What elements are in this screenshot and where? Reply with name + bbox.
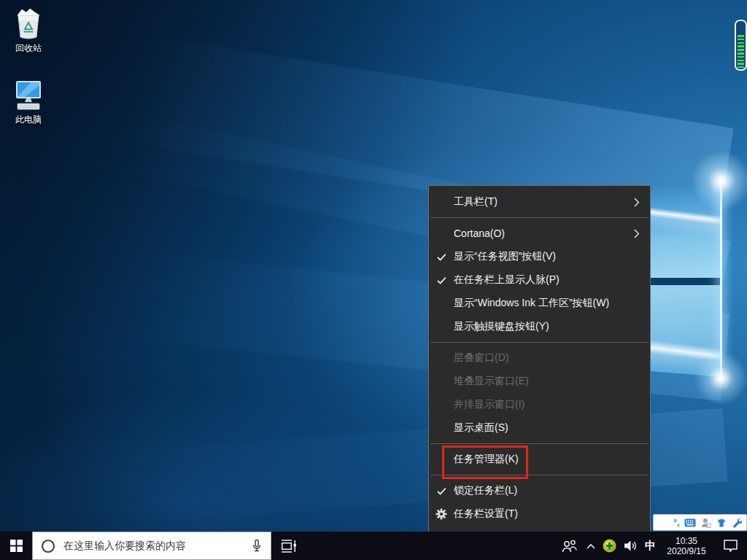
- taskbar-clock[interactable]: 10:35 2020/9/15: [662, 536, 711, 556]
- menu-separator: [430, 217, 649, 218]
- checkmark-icon: [429, 487, 454, 495]
- menu-item-show-windows-stacked: 堆叠显示窗口(E): [429, 370, 650, 393]
- cortana-circle-icon: [40, 538, 56, 554]
- ime-language-indicator[interactable]: 中: [645, 539, 656, 553]
- menu-item-label: 并排显示窗口(I): [454, 398, 640, 411]
- taskbar-search-input[interactable]: 在这里输入你要搜索的内容: [32, 532, 271, 560]
- skin-icon[interactable]: [716, 518, 727, 528]
- punctuation-icon[interactable]: °,: [673, 518, 679, 527]
- light-haze: [0, 350, 474, 560]
- soft-keyboard-icon[interactable]: [684, 518, 696, 527]
- toolbox-icon[interactable]: [732, 518, 742, 528]
- checkmark-icon: [429, 253, 454, 261]
- action-center-button[interactable]: [717, 539, 744, 553]
- menu-item-label: 显示桌面(S): [454, 421, 640, 435]
- menu-item-show-windows-side-by-side: 并排显示窗口(I): [429, 393, 650, 416]
- submenu-arrow-icon: [634, 198, 640, 207]
- chevron-up-icon: [586, 542, 596, 550]
- menu-item-label: 显示“Windows Ink 工作区”按钮(W): [454, 297, 640, 310]
- menu-item-taskbar-settings[interactable]: 任务栏设置(T): [429, 502, 650, 526]
- volume-button[interactable]: [623, 540, 638, 552]
- menu-item-show-people-on-taskbar[interactable]: 在任务栏上显示人脉(P): [429, 268, 650, 292]
- corner-glow: [692, 349, 747, 408]
- menu-item-label: 锁定任务栏(L): [454, 484, 640, 497]
- microphone-icon[interactable]: [250, 539, 263, 553]
- start-button[interactable]: [0, 532, 32, 560]
- task-view-button[interactable]: [271, 532, 306, 560]
- show-hidden-icons-button[interactable]: [586, 542, 596, 550]
- menu-separator: [430, 443, 649, 444]
- action-center-icon: [723, 539, 738, 553]
- menu-item-label: 任务栏设置(T): [454, 508, 640, 521]
- windows-logo-icon: [10, 540, 23, 552]
- clock-time: 10:35: [676, 536, 697, 546]
- this-pc-icon: [12, 77, 45, 112]
- system-tray: 中 10:35 2020/9/15: [562, 532, 747, 560]
- desktop-icon-recycle-bin[interactable]: 回收站: [7, 6, 50, 55]
- menu-item-show-desktop[interactable]: 显示桌面(S): [429, 416, 650, 440]
- people-icon: [562, 539, 579, 553]
- antivirus-shield-icon: [603, 539, 616, 553]
- menu-item-cortana[interactable]: Cortana(O): [429, 222, 650, 245]
- ime-status-toolbar: °,: [653, 514, 747, 531]
- battery-level-indicator: [735, 20, 747, 71]
- search-placeholder: 在这里输入你要搜索的内容: [63, 540, 250, 553]
- menu-separator: [430, 475, 649, 475]
- menu-separator: [430, 342, 649, 343]
- account-icon[interactable]: [701, 518, 711, 528]
- menu-item-label: 在任务栏上显示人脉(P): [454, 273, 640, 287]
- moon-icon[interactable]: [658, 518, 668, 528]
- menu-item-cascade-windows: 层叠窗口(D): [429, 346, 650, 370]
- menu-item-task-manager[interactable]: 任务管理器(K): [429, 448, 650, 471]
- menu-item-label: 显示“任务视图”按钮(V): [454, 250, 640, 263]
- gear-icon: [429, 508, 454, 520]
- antivirus-tray-button[interactable]: [603, 539, 616, 553]
- desktop-icon-this-pc[interactable]: 此电脑: [7, 77, 50, 126]
- taskbar-context-menu: 工具栏(T) Cortana(O) 显示“任务视图”按钮(V) 在任务栏上显示人…: [428, 185, 651, 540]
- menu-item-label: 堆叠显示窗口(E): [454, 375, 640, 388]
- menu-item-show-task-view-button[interactable]: 显示“任务视图”按钮(V): [429, 245, 650, 268]
- menu-item-toolbars[interactable]: 工具栏(T): [429, 190, 650, 214]
- desktop-icon-label: 此电脑: [7, 114, 50, 126]
- menu-item-show-touch-keyboard-button[interactable]: 显示触摸键盘按钮(Y): [429, 315, 650, 338]
- menu-item-label: 显示触摸键盘按钮(Y): [454, 320, 640, 333]
- menu-item-label: 任务管理器(K): [454, 453, 640, 466]
- desktop-icon-label: 回收站: [7, 42, 50, 55]
- menu-item-label: 工具栏(T): [454, 195, 634, 209]
- corner-glow: [689, 148, 747, 214]
- menu-item-lock-taskbar[interactable]: 锁定任务栏(L): [429, 479, 650, 502]
- task-view-icon: [281, 538, 297, 554]
- taskbar: 在这里输入你要搜索的内容: [0, 532, 747, 560]
- clock-date: 2020/9/15: [667, 546, 705, 556]
- menu-item-show-windows-ink-workspace-button[interactable]: 显示“Windows Ink 工作区”按钮(W): [429, 292, 650, 315]
- speaker-icon: [623, 540, 638, 552]
- menu-item-label: Cortana(O): [454, 228, 634, 239]
- menu-item-label: 层叠窗口(D): [454, 351, 640, 365]
- checkmark-icon: [429, 276, 454, 284]
- recycle-bin-icon: [12, 6, 45, 41]
- submenu-arrow-icon: [634, 229, 640, 238]
- people-button[interactable]: [562, 539, 579, 553]
- battery-fill: [738, 35, 744, 68]
